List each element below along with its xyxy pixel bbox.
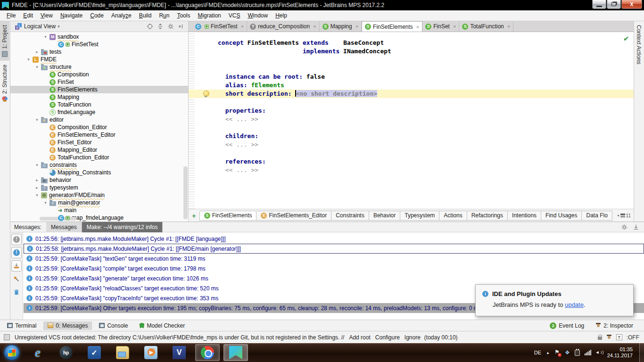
toolwindow-tab-1-project[interactable]: 1: Project [0, 21, 9, 61]
vcs-action-ignore[interactable]: Ignore [405, 334, 421, 341]
menu-item-view[interactable]: View [37, 11, 57, 20]
lock-icon[interactable] [598, 337, 602, 340]
log-row-1[interactable]: i01:25:58: [jetbrains.mps.make.ModuleMak… [24, 244, 644, 254]
tree-item-main-generator[interactable]: ▾Tmain@generator [10, 199, 188, 206]
chevron-collapsed-icon[interactable]: ▸ [33, 49, 41, 54]
aspect-tab-data-flo[interactable]: Data Flo [582, 211, 612, 221]
tree-item-map_fmdelanguage[interactable]: Cmap_fmdeLanguage [10, 214, 188, 221]
tree-vertical-scrollbar[interactable] [183, 166, 188, 219]
close-button[interactable]: X [621, 0, 642, 9]
tree-item-totalfunction[interactable]: STotalFunction [10, 101, 188, 108]
tree-item-mapping_constraints[interactable]: Mapping_Constraints [10, 169, 188, 176]
minimize-button[interactable] [592, 0, 606, 9]
tree-item-tests[interactable]: ▸tests [10, 48, 188, 56]
settings-icon[interactable] [167, 23, 174, 30]
taskbar-app-internet-explorer[interactable]: e [25, 344, 50, 361]
log-row-2[interactable]: i01:25:59: [CoreMakeTask] "textGen" targ… [24, 254, 644, 263]
tree-item-fmdelanguage[interactable]: SfmdeLanguage [10, 108, 188, 116]
info-filter-icon[interactable]: ! [11, 247, 22, 258]
volume-icon[interactable] [596, 350, 603, 355]
aspect-tab-find-usages[interactable]: Find Usages [541, 211, 582, 221]
code-line-1[interactable]: implements INamedConcept [189, 47, 634, 56]
gear-icon[interactable] [621, 224, 628, 230]
taskbar-app-media-player[interactable] [139, 344, 163, 361]
tree-item-generator-fmde-main[interactable]: ▾Ggenerator/FMDE/main [10, 191, 188, 199]
hector-icon[interactable] [606, 335, 612, 340]
toolwindow-button-2-inspector[interactable]: 2: Inspector [591, 321, 637, 330]
aspect-tab-constraints[interactable]: Constraints [331, 211, 369, 221]
aspect-tab-finsetelements_editor[interactable]: EFinSetElements_Editor [256, 211, 331, 221]
menu-item-migration[interactable]: Migration [194, 11, 224, 20]
close-tab-icon[interactable]: × [416, 24, 419, 30]
show-desktop-button[interactable] [639, 343, 644, 362]
export-icon[interactable] [11, 260, 22, 272]
code-line-3[interactable] [189, 64, 634, 73]
tree-item-behavior[interactable]: ▸Bbehavior [10, 176, 188, 184]
taskbar-app-visio[interactable]: V [167, 344, 191, 361]
code-line-7[interactable] [189, 98, 634, 107]
tree-item-finsettest[interactable]: CFinSetTest [10, 41, 188, 48]
dock-icon[interactable] [633, 224, 639, 230]
code-line-11[interactable]: children: [189, 132, 634, 140]
menu-item-analyze[interactable]: Analyze [107, 11, 135, 20]
menu-item-tools[interactable]: Tools [173, 11, 194, 20]
t-plugin-icon[interactable]: T [616, 334, 622, 340]
file-tab-finset[interactable]: SFinSet× [422, 21, 459, 32]
toolwindow-button-model-checker[interactable]: Model Checker [135, 321, 189, 330]
tree-item-finsetelements[interactable]: SFinSetElements [10, 86, 188, 93]
taskbar-app-sync-app[interactable]: ✓ [82, 344, 107, 361]
file-tab-reduce_composition[interactable]: Treduce_Composition× [247, 21, 320, 32]
close-tab-icon[interactable]: × [355, 24, 358, 29]
toolwindow-button-terminal[interactable]: Terminal [3, 321, 41, 330]
chevron-collapsed-icon[interactable]: ▸ [33, 178, 41, 182]
clear-all-icon[interactable] [11, 287, 22, 298]
chevron-expanded-icon[interactable]: ▾ [33, 163, 41, 167]
menu-item-vcs[interactable]: VCS [225, 11, 244, 20]
messages-tab-make[interactable]: Make: --/4 warnings/12 infos [82, 222, 163, 232]
menu-item-window[interactable]: Window [244, 11, 272, 20]
log-row-0[interactable]: i01:25:56: [jetbrains.mps.make.ModuleMak… [24, 234, 644, 244]
chevron-expanded-icon[interactable]: ▾ [33, 65, 41, 69]
close-tab-icon[interactable]: × [507, 24, 510, 29]
aspect-tab-refactorings[interactable]: Refactorings [467, 211, 508, 221]
chevron-collapsed-icon[interactable]: ▸ [33, 185, 41, 190]
chevron-expanded-icon[interactable]: ▾ [41, 200, 50, 205]
code-area[interactable]: concept FinSetElements extends BaseConce… [189, 39, 634, 174]
maximize-button[interactable] [607, 0, 621, 9]
toolwindow-button-event-log[interactable]: 2Event Log [545, 321, 588, 330]
tree-item-sandbox[interactable]: ▾Msandbox [10, 33, 188, 41]
update-link[interactable]: update [565, 301, 584, 308]
close-tab-icon[interactable]: × [241, 24, 244, 29]
tree-item-constraints[interactable]: ▾Cconstraints [10, 161, 188, 169]
tree-item-totalfunction_editor[interactable]: ETotalFunction_Editor [10, 154, 188, 161]
tree-item-finsetelements_editor[interactable]: EFinSetElements_Editor [10, 131, 188, 139]
menu-item-edit[interactable]: Edit [19, 11, 37, 20]
language-indicator[interactable]: DE [534, 350, 541, 355]
taskbar-app-windows-explorer[interactable] [110, 344, 135, 361]
code-line-5[interactable]: alias: fElements [189, 81, 634, 90]
editor[interactable]: concept FinSetElements extends BaseConce… [189, 32, 634, 209]
code-line-2[interactable] [189, 56, 634, 64]
file-tab-finsettest[interactable]: CFinSetTest× [192, 21, 247, 32]
menu-item-navigate[interactable]: Navigate [57, 11, 86, 20]
hide-icon[interactable] [178, 23, 184, 30]
aspect-tab-finsetelements[interactable]: SFinSetElements [199, 211, 257, 221]
menu-item-file[interactable]: File [3, 11, 19, 20]
tree-item-mapping_editor[interactable]: EMapping_Editor [10, 146, 188, 154]
aspect-list-dropdown[interactable]: ▾ 11 [618, 213, 631, 218]
code-line-15[interactable]: << ... >> [189, 166, 634, 174]
tree-item-structure[interactable]: ▾Sstructure [10, 63, 188, 71]
intention-bulb-icon[interactable] [203, 90, 209, 97]
add-aspect-button[interactable]: + [189, 212, 199, 220]
menu-item-build[interactable]: Build [135, 11, 156, 20]
tray-expand-icon[interactable]: ▲ [546, 351, 550, 355]
chevron-expanded-icon[interactable]: ▾ [25, 57, 33, 62]
tree-item-composition_editor[interactable]: EComposition_Editor [10, 123, 188, 131]
network-signal-icon[interactable] [585, 350, 591, 355]
code-line-6[interactable]: short description: <no short description… [189, 90, 634, 98]
tree-item-finset[interactable]: SFinSet [10, 78, 188, 86]
taskbar-app-chrome[interactable] [195, 344, 220, 361]
taskbar-app-hp-app[interactable]: hp [54, 344, 78, 361]
dropbox-icon[interactable]: ❖ [565, 349, 570, 356]
code-line-14[interactable]: references: [189, 157, 634, 166]
